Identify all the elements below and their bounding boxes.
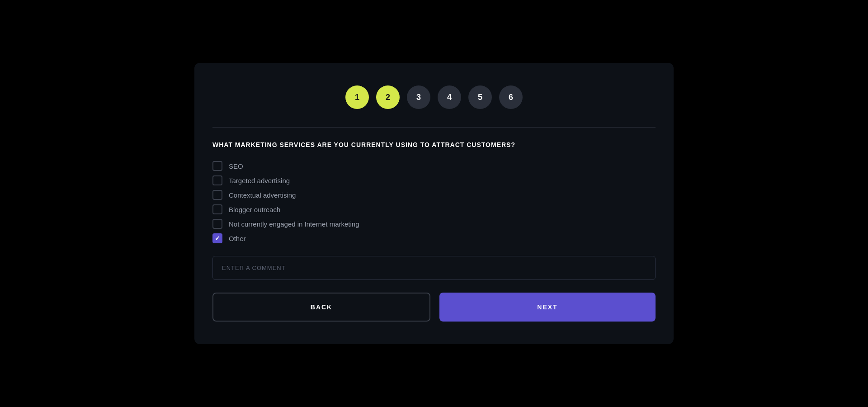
option-blogger-outreach[interactable]: Blogger outreach [212,204,656,214]
section-divider [212,127,656,128]
checkbox-targeted-advertising[interactable] [212,175,222,185]
step-5[interactable]: 5 [468,85,492,109]
checkbox-not-engaged[interactable] [212,219,222,229]
next-button[interactable]: NEXT [439,293,656,322]
checkbox-other[interactable] [212,233,222,243]
step-6[interactable]: 6 [499,85,523,109]
option-contextual-advertising[interactable]: Contextual advertising [212,190,656,200]
option-label-seo: SEO [229,162,243,170]
step-1[interactable]: 1 [345,85,369,109]
options-list: SEO Targeted advertising Contextual adve… [212,161,656,243]
option-label-not-engaged: Not currently engaged in Internet market… [229,220,359,228]
option-not-engaged[interactable]: Not currently engaged in Internet market… [212,219,656,229]
question-text: WHAT MARKETING SERVICES ARE YOU CURRENTL… [212,141,656,148]
checkbox-blogger-outreach[interactable] [212,204,222,214]
step-indicators: 1 2 3 4 5 6 [212,85,656,109]
survey-modal: 1 2 3 4 5 6 WHAT MARKETING SERVICES ARE … [194,63,674,344]
comment-input[interactable] [212,256,656,280]
checkbox-seo[interactable] [212,161,222,171]
option-label-targeted-advertising: Targeted advertising [229,177,290,185]
step-3[interactable]: 3 [407,85,430,109]
step-4[interactable]: 4 [438,85,461,109]
option-seo[interactable]: SEO [212,161,656,171]
step-2[interactable]: 2 [376,85,400,109]
option-label-other: Other [229,235,246,242]
checkbox-contextual-advertising[interactable] [212,190,222,200]
option-other[interactable]: Other [212,233,656,243]
option-targeted-advertising[interactable]: Targeted advertising [212,175,656,185]
option-label-contextual-advertising: Contextual advertising [229,191,296,199]
back-button[interactable]: BACK [212,293,430,322]
option-label-blogger-outreach: Blogger outreach [229,206,280,213]
action-buttons: BACK NEXT [212,293,656,322]
